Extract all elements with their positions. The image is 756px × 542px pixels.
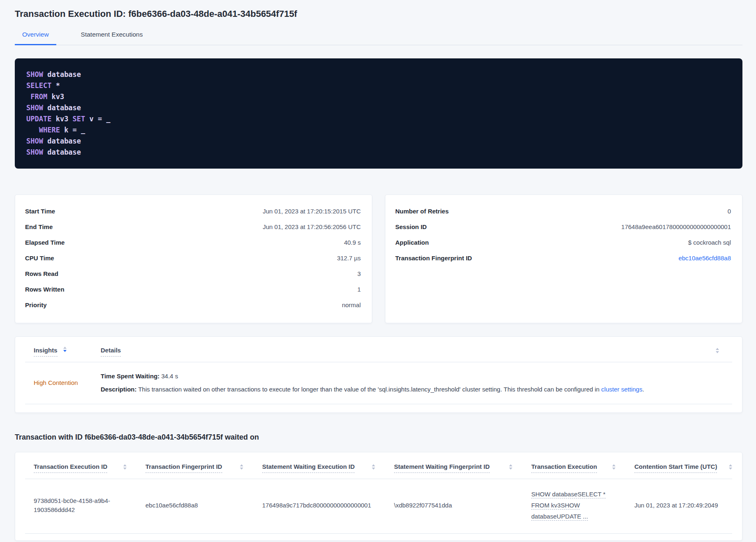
waited-on-table-card: Transaction Execution ID Transaction Fin…	[15, 452, 742, 541]
stat-value: 3	[357, 270, 361, 277]
stat-label: Application	[395, 239, 429, 246]
cell-statement-waiting-execution-id: 176498a9c717bdc80000000000000001	[262, 501, 394, 510]
stat-value: $ cockroach sql	[688, 239, 731, 246]
table-row: 9738d051-bc0e-4158-a9b4-1903586ddd42 ebc…	[15, 479, 742, 533]
sql-line: SHOW database	[26, 102, 731, 113]
sql-line: FROM kv3	[26, 91, 731, 102]
stat-row-application: Application $ cockroach sql	[385, 235, 742, 250]
stat-row-retries: Number of Retries 0	[385, 204, 742, 219]
stat-row-end-time: End Time Jun 01, 2023 at 17:20:56:2056 U…	[15, 219, 372, 235]
stat-value: 312.7 µs	[337, 255, 361, 262]
stat-row-elapsed-time: Elapsed Time 40.9 s	[15, 235, 372, 250]
waited-on-table-header: Transaction Execution ID Transaction Fin…	[15, 463, 742, 479]
insight-type-badge: High Contention	[34, 379, 78, 386]
table-row: High Contention Time Spent Waiting: 34.4…	[15, 362, 742, 404]
sql-line: WHERE k = _	[26, 125, 731, 136]
stat-label: Transaction Fingerprint ID	[395, 255, 472, 262]
stat-row-cpu-time: CPU Time 312.7 µs	[15, 250, 372, 266]
stat-row-transaction-fingerprint: Transaction Fingerprint ID ebc10ae56cfd8…	[385, 250, 742, 266]
column-header-transaction-execution-id[interactable]: Transaction Execution ID	[34, 463, 107, 473]
cell-transaction-execution-id: 9738d051-bc0e-4158-a9b4-1903586ddd42	[34, 496, 145, 514]
sql-line: SHOW database	[26, 69, 731, 80]
stat-label: Elapsed Time	[25, 239, 65, 246]
page-title: Transaction Execution ID: f6be6366-da03-…	[15, 8, 742, 20]
sort-icon[interactable]	[372, 464, 375, 470]
stat-row-rows-read: Rows Read 3	[15, 266, 372, 282]
stat-label: Session ID	[395, 223, 427, 230]
sort-icon[interactable]	[123, 464, 127, 470]
column-header-contention-start-time[interactable]: Contention Start Time (UTC)	[634, 463, 717, 473]
sql-statements-box: SHOW databaseSELECT * FROM kv3SHOW datab…	[15, 58, 742, 169]
sql-line: UPDATE kv3 SET v = _	[26, 113, 731, 125]
insights-card: Insights Details High Contention Time Sp…	[15, 336, 742, 413]
transaction-details-page: Transaction Execution ID: f6be6366-da03-…	[0, 0, 756, 541]
insights-table-header: Insights Details	[15, 347, 742, 362]
transaction-execution-link[interactable]: SHOW databaseSELECT * FROM kv3SHOW datab…	[531, 490, 634, 521]
sql-line: SELECT *	[26, 80, 731, 91]
sql-line: SHOW database	[26, 147, 731, 158]
stat-value: 40.9 s	[344, 239, 361, 246]
column-header-transaction-execution[interactable]: Transaction Execution	[531, 463, 597, 473]
insight-description: Description: This transaction waited on …	[101, 385, 732, 394]
stat-label: Start Time	[25, 208, 55, 215]
tab-overview[interactable]: Overview	[15, 31, 56, 45]
sort-icon[interactable]	[716, 348, 719, 353]
column-header-transaction-fingerprint-id[interactable]: Transaction Fingerprint ID	[145, 463, 222, 473]
stat-value: Jun 01, 2023 at 17:20:15:2015 UTC	[263, 208, 361, 215]
stat-value: Jun 01, 2023 at 17:20:56:2056 UTC	[263, 223, 361, 230]
stat-label: End Time	[25, 223, 53, 230]
cluster-settings-link[interactable]: cluster settings	[601, 386, 642, 393]
cell-transaction-fingerprint-id: ebc10ae56cfd88a8	[145, 501, 262, 510]
stat-value: 17648a9eea6017800000000000000001	[621, 223, 731, 230]
waited-on-heading: Transaction with ID f6be6366-da03-48de-a…	[15, 433, 742, 442]
cell-statement-waiting-fingerprint-id: \xdb8922f077541dda	[394, 501, 531, 510]
column-header-statement-waiting-fingerprint-id[interactable]: Statement Waiting Fingerprint ID	[394, 463, 490, 473]
stat-row-session-id: Session ID 17648a9eea6017800000000000000…	[385, 219, 742, 235]
stat-label: Priority	[25, 301, 47, 308]
sort-icon[interactable]	[63, 347, 67, 352]
sort-icon[interactable]	[729, 464, 732, 470]
time-spent-waiting: Time Spent Waiting: 34.4 s	[101, 372, 732, 380]
insights-column-header[interactable]: Insights	[34, 347, 58, 357]
sql-line: SHOW database	[26, 136, 731, 147]
stat-label: Number of Retries	[395, 208, 449, 215]
execution-stats-card: Start Time Jun 01, 2023 at 17:20:15:2015…	[15, 195, 372, 323]
stat-value: 1	[357, 286, 361, 293]
tab-bar: Overview Statement Executions	[15, 31, 742, 45]
sort-icon[interactable]	[509, 464, 512, 470]
sort-icon[interactable]	[612, 464, 615, 470]
stat-value: normal	[342, 301, 361, 308]
stat-row-start-time: Start Time Jun 01, 2023 at 17:20:15:2015…	[15, 204, 372, 219]
stat-label: Rows Written	[25, 286, 65, 293]
stat-value: 0	[728, 208, 731, 215]
transaction-fingerprint-link[interactable]: ebc10ae56cfd88a8	[678, 255, 731, 262]
tab-statement-executions[interactable]: Statement Executions	[74, 31, 150, 45]
cell-contention-start-time: Jun 01, 2023 at 17:20:49:2049	[634, 501, 732, 510]
stat-row-rows-written: Rows Written 1	[15, 282, 372, 297]
session-stats-card: Number of Retries 0 Session ID 17648a9ee…	[385, 195, 742, 323]
stat-row-priority: Priority normal	[15, 297, 372, 313]
column-header-statement-waiting-execution-id[interactable]: Statement Waiting Execution ID	[262, 463, 355, 473]
summary-cards-row: Start Time Jun 01, 2023 at 17:20:15:2015…	[15, 195, 742, 323]
stat-label: Rows Read	[25, 270, 58, 277]
details-column-header[interactable]: Details	[101, 347, 121, 357]
sort-icon[interactable]	[240, 464, 243, 470]
stat-label: CPU Time	[25, 255, 54, 262]
